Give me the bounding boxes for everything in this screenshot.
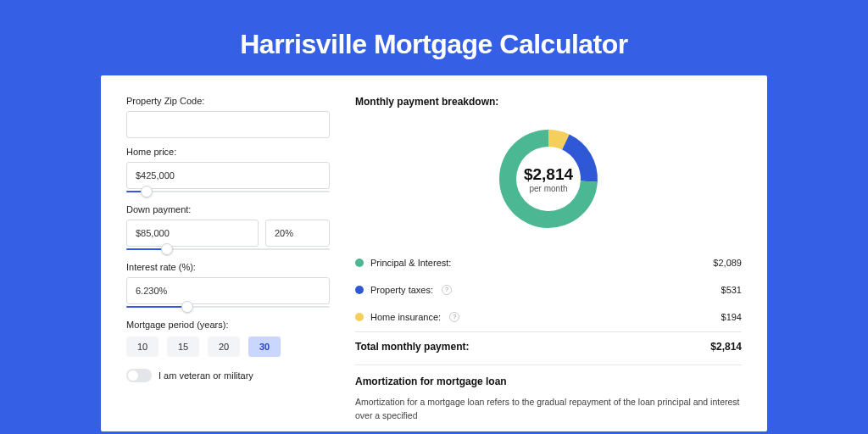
period-label: Mortgage period (years): — [126, 320, 330, 330]
summary-title: Monthly payment breakdown: — [355, 96, 742, 108]
period-option-20[interactable]: 20 — [208, 337, 240, 357]
amort-body: Amortization for a mortgage loan refers … — [355, 396, 742, 423]
info-icon[interactable]: ? — [449, 312, 459, 322]
down-payment-slider[interactable] — [126, 245, 330, 253]
down-payment-label: Down payment: — [126, 204, 330, 214]
slider-thumb[interactable] — [141, 186, 153, 198]
legend-label: Principal & Interest: — [370, 258, 451, 268]
home-price-label: Home price: — [126, 147, 330, 157]
rate-label: Interest rate (%): — [126, 262, 330, 272]
donut-chart: $2,814 per month — [355, 116, 742, 242]
zip-label: Property Zip Code: — [126, 96, 330, 106]
legend-dot-icon — [355, 286, 364, 294]
amort-card: Amortization for mortgage loan Amortizat… — [355, 364, 742, 423]
inputs-panel: Property Zip Code: Home price: Down paym… — [126, 96, 330, 431]
zip-input[interactable] — [126, 111, 330, 138]
period-segmented: 10152030 — [126, 337, 330, 357]
page-title: Harrisville Mortgage Calculator — [240, 29, 628, 60]
total-value: $2,814 — [710, 341, 742, 353]
rate-slider[interactable] — [126, 303, 330, 311]
veteran-toggle[interactable] — [126, 369, 152, 382]
total-label: Total monthly payment: — [355, 341, 469, 353]
legend-label: Property taxes: — [370, 285, 433, 295]
toggle-knob — [128, 370, 138, 381]
donut-center: $2,814 per month — [524, 165, 573, 193]
period-option-10[interactable]: 10 — [126, 337, 159, 357]
down-payment-pct-input[interactable] — [265, 220, 330, 247]
home-price-slider[interactable] — [126, 187, 330, 196]
legend-row-taxes: Property taxes:?$531 — [355, 275, 742, 303]
summary-panel: Monthly payment breakdown: $2,814 per mo… — [355, 96, 742, 431]
page-root: Harrisville Mortgage Calculator Property… — [0, 0, 868, 434]
legend-dot-icon — [355, 313, 364, 321]
legend-label: Home insurance: — [370, 312, 441, 322]
legend: Principal & Interest:$2,089Property taxe… — [355, 248, 742, 330]
donut-sub: per month — [524, 184, 573, 193]
donut-value: $2,814 — [524, 165, 573, 184]
slider-thumb[interactable] — [161, 243, 173, 255]
legend-row-insurance: Home insurance:?$194 — [355, 303, 742, 330]
legend-value: $531 — [721, 285, 742, 295]
veteran-row: I am veteran or military — [126, 369, 330, 382]
info-icon[interactable]: ? — [442, 285, 452, 295]
legend-value: $194 — [721, 312, 742, 322]
total-row: Total monthly payment: $2,814 — [355, 331, 742, 353]
period-option-15[interactable]: 15 — [167, 337, 199, 357]
down-payment-input[interactable] — [126, 220, 259, 247]
legend-value: $2,089 — [713, 258, 742, 268]
amort-title: Amortization for mortgage loan — [355, 376, 742, 387]
legend-row-principal: Principal & Interest:$2,089 — [355, 248, 742, 275]
down-payment-row — [126, 220, 330, 247]
rate-input[interactable] — [126, 277, 330, 304]
period-option-30[interactable]: 30 — [248, 337, 281, 357]
calculator-card: Property Zip Code: Home price: Down paym… — [101, 75, 767, 431]
legend-dot-icon — [355, 259, 364, 267]
home-price-input[interactable] — [126, 162, 330, 189]
veteran-label: I am veteran or military — [159, 370, 253, 381]
slider-thumb[interactable] — [181, 301, 193, 313]
